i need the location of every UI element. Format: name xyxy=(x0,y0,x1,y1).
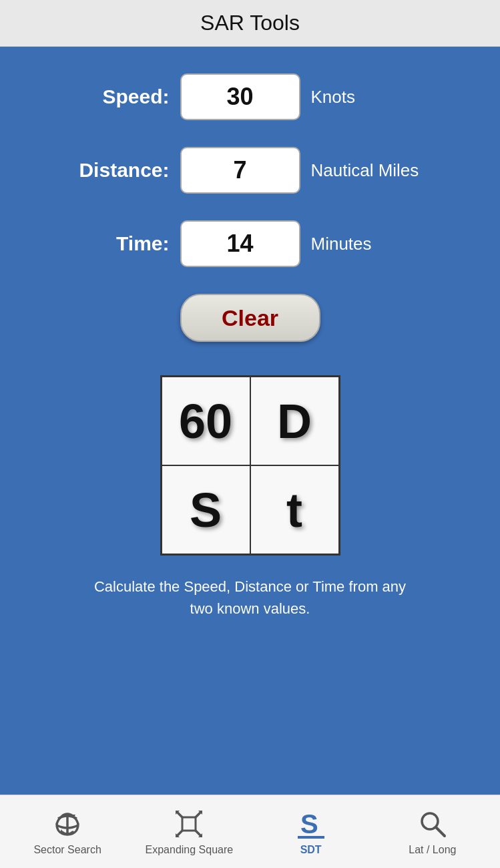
tab-lat-long-label: Lat / Long xyxy=(409,844,456,856)
distance-input[interactable]: 7 xyxy=(180,147,300,194)
speed-row: Speed: 30 Knots xyxy=(13,73,487,120)
speed-unit: Knots xyxy=(311,87,425,107)
time-input[interactable]: 14 xyxy=(180,220,300,267)
sector-search-icon xyxy=(51,808,83,840)
sdt-cell-t: t xyxy=(251,466,338,554)
speed-label: Speed: xyxy=(76,85,170,108)
distance-row: Distance: 7 Nautical Miles xyxy=(13,147,487,194)
time-label: Time: xyxy=(76,232,170,255)
svg-text:S: S xyxy=(300,809,318,839)
svg-line-6 xyxy=(196,831,201,836)
speed-input[interactable]: 30 xyxy=(180,73,300,120)
svg-line-4 xyxy=(177,812,182,817)
distance-label: Distance: xyxy=(76,159,170,182)
tab-expanding-square[interactable]: Expanding Square xyxy=(128,808,250,856)
tab-lat-long[interactable]: Lat / Long xyxy=(372,808,493,856)
description-text: Calculate the Speed, Distance or Time fr… xyxy=(83,576,417,620)
tab-sector-search[interactable]: Sector Search xyxy=(7,808,128,856)
tab-sdt-label: SDT xyxy=(300,844,322,856)
sdt-cell-d: D xyxy=(251,377,338,465)
tab-sdt[interactable]: S SDT xyxy=(250,808,372,856)
tab-bar: Sector Search Expanding Square xyxy=(0,795,500,868)
distance-unit: Nautical Miles xyxy=(311,160,425,181)
svg-rect-3 xyxy=(182,817,196,831)
app-title: SAR Tools xyxy=(200,11,300,35)
lat-long-icon xyxy=(417,808,449,840)
sdt-tab-icon: S xyxy=(295,808,327,840)
sdt-cell-s: S xyxy=(162,466,250,554)
time-unit: Minutes xyxy=(311,234,425,254)
sdt-grid: 60 D S t xyxy=(160,375,340,556)
title-bar: SAR Tools xyxy=(0,0,500,47)
svg-line-10 xyxy=(177,831,182,836)
svg-line-15 xyxy=(436,827,445,836)
main-content: Speed: 30 Knots Distance: 7 Nautical Mil… xyxy=(0,47,500,795)
expanding-square-icon xyxy=(173,808,205,840)
tab-sector-search-label: Sector Search xyxy=(33,844,101,856)
sdt-cell-60: 60 xyxy=(162,377,250,465)
clear-button[interactable]: Clear xyxy=(180,294,320,342)
time-row: Time: 14 Minutes xyxy=(13,220,487,267)
tab-expanding-square-label: Expanding Square xyxy=(146,844,234,856)
svg-line-8 xyxy=(196,812,201,817)
